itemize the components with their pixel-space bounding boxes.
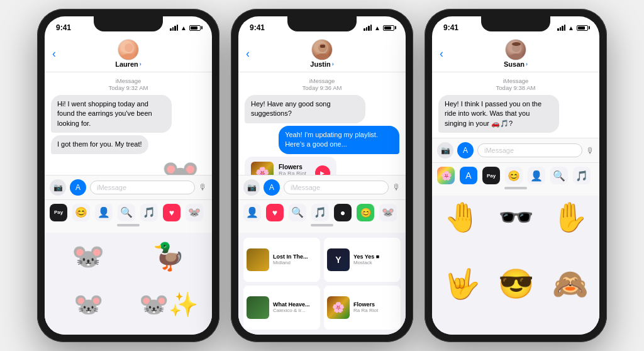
memoji-1[interactable]: 🤚	[436, 199, 487, 234]
mic-btn-2[interactable]: 🎙	[392, 182, 401, 192]
contact-info-3[interactable]: Susan ›	[504, 39, 528, 68]
messages-area-3: iMessage Today 9:38 AM Hey! I think I pa…	[432, 72, 599, 138]
music-item-2[interactable]: Y Yes Yes ■ Mostack	[324, 238, 401, 282]
camera-btn-2[interactable]: 📷	[243, 179, 260, 196]
svg-point-10	[512, 42, 521, 46]
memoji-panel-3: 🤚 🕶️ ✋ 🤟 😎 🙈	[432, 196, 599, 335]
camera-btn-3[interactable]: 📷	[437, 142, 453, 159]
memoji-3[interactable]: ✋	[544, 199, 596, 234]
app-icons-2: 👤 ♥ 🔍 🎵 ● 😊 🐭 ···	[243, 204, 401, 221]
back-button-3[interactable]: ‹	[440, 47, 443, 60]
nav-bar-3: ‹ Susan ›	[432, 36, 599, 72]
music-item-3[interactable]: What Heave... Calexico & Ir...	[243, 286, 320, 330]
memoji-4[interactable]: 🤟	[436, 267, 487, 301]
appstore-btn-2[interactable]: A	[264, 179, 280, 196]
messages-area-2: iMessage Today 9:36 AM Hey! Have any goo…	[238, 72, 406, 175]
sticker-item-4[interactable]: 🐭✨	[130, 286, 207, 323]
search-icon-3[interactable]: 🔍	[550, 167, 568, 184]
bitmoji-icon-3[interactable]: 👤	[528, 167, 545, 184]
message-input-2[interactable]: iMessage	[284, 181, 389, 194]
chevron-3: ›	[526, 61, 528, 67]
message-1-1: Hi! I went shopping today and found the …	[51, 95, 172, 133]
mic-btn-3[interactable]: 🎙	[586, 146, 594, 155]
message-1-2: I got them for you. My treat!	[51, 135, 148, 153]
memoji-5[interactable]: 😎	[490, 267, 541, 301]
appstore-btn-1[interactable]: A	[70, 179, 86, 196]
music-icon-1[interactable]: 🎵	[140, 204, 158, 221]
svg-rect-6	[320, 45, 325, 48]
emoji-icon-1[interactable]: 😊	[72, 204, 90, 221]
appstore-btn-3[interactable]: A	[457, 142, 474, 159]
applepay-icon-3[interactable]: Pay	[482, 167, 500, 184]
battery-2	[383, 25, 394, 31]
wifi-icon-3: ▲	[568, 25, 574, 31]
music-art-flowers: 🌸	[327, 296, 350, 319]
wifi-icon-2: ▲	[374, 25, 380, 31]
music-info-2: Flowers Ra Ra Riot ♪ Apple Music	[279, 164, 310, 175]
app-drawer-2: 👤 ♥ 🔍 🎵 ● 😊 🐭 ···	[238, 199, 406, 233]
sticker-item-3[interactable]: 🐭	[50, 286, 126, 323]
music-item-4[interactable]: 🌸 Flowers Ra Ra Riot	[324, 286, 401, 330]
svg-point-4	[315, 53, 330, 60]
mickey-icon-1[interactable]: 🐭	[186, 204, 203, 221]
bitmoji-icon-2[interactable]: 👤	[243, 204, 261, 221]
imessage-label-3: iMessage Today 9:38 AM	[438, 77, 593, 91]
notch-2	[287, 16, 357, 31]
sticker-item-2[interactable]: 🦆	[130, 238, 207, 276]
bitmoji-icon-1[interactable]: 👤	[95, 204, 113, 221]
notch-1	[94, 16, 163, 31]
message-input-1[interactable]: iMessage	[90, 181, 195, 194]
phone-1-screen: 9:41 ▲ ‹	[45, 16, 212, 335]
chevron-2: ›	[332, 61, 334, 67]
time-2: 9:41	[250, 23, 265, 32]
appstore-icon-3[interactable]: A	[460, 167, 477, 184]
wifi-icon-1: ▲	[180, 25, 187, 31]
svg-point-2	[125, 43, 133, 52]
app-drawer-1: Pay 😊 👤 🔍 🎵 ♥ 🐭	[45, 199, 212, 233]
svg-point-1	[121, 53, 136, 60]
photos-icon-3[interactable]: 🌸	[437, 167, 455, 184]
emoji-icon-2[interactable]: 😊	[357, 204, 374, 221]
search-icon-1[interactable]: 🔍	[118, 204, 135, 221]
mic-btn-1[interactable]: 🎙	[199, 182, 207, 192]
svg-point-8	[509, 53, 524, 60]
contact-name-1: Lauren ›	[115, 60, 142, 68]
music-text-4: Flowers Ra Ra Riot	[353, 301, 378, 313]
contact-name-2: Justin ›	[310, 60, 333, 68]
mickey-icon-2[interactable]: 🐭	[379, 204, 397, 221]
message-3-1: Hey! I think I passed you on the ride in…	[438, 95, 559, 133]
play-button-2[interactable]: ▶	[315, 165, 330, 175]
back-button-1[interactable]: ‹	[52, 47, 56, 60]
music-icon-3[interactable]: 🎵	[573, 167, 591, 184]
phone-2: 9:41 ▲ ‹	[231, 9, 413, 342]
imessage-label-1: iMessage Today 9:32 AM	[51, 77, 206, 91]
vinyl-icon-2[interactable]: ●	[334, 204, 352, 221]
heart-icon-2[interactable]: ♥	[266, 204, 284, 221]
signal-3	[557, 25, 565, 31]
app-drawer-3: 🌸 A Pay 😊 👤 🔍 🎵	[432, 162, 599, 196]
music-text-2: Yes Yes ■ Mostack	[353, 254, 379, 265]
sticker-item-1[interactable]: 🐭	[50, 238, 126, 276]
contact-info-2[interactable]: Justin ›	[310, 39, 333, 68]
applepay-icon-1[interactable]: Pay	[50, 204, 67, 221]
memoji-6[interactable]: 🙈	[544, 267, 596, 301]
nav-bar-1: ‹ Lauren ›	[45, 36, 212, 72]
nav-bar-2: ‹ Justin ›	[238, 36, 406, 72]
chevron-1: ›	[140, 61, 142, 67]
memoji-2[interactable]: 🕶️	[490, 199, 541, 234]
contact-name-3: Susan ›	[504, 60, 528, 68]
back-button-2[interactable]: ‹	[246, 47, 250, 60]
contact-info-1[interactable]: Lauren ›	[115, 39, 142, 68]
search-icon-2[interactable]: 🔍	[289, 204, 306, 221]
camera-btn-1[interactable]: 📷	[50, 179, 66, 196]
music-text-1: Lost In The... Midland	[273, 254, 308, 265]
music-icon-2[interactable]: 🎵	[311, 204, 329, 221]
emoji-icon-3[interactable]: 😊	[505, 167, 523, 184]
music-item-1[interactable]: Lost In The... Midland	[243, 238, 320, 282]
phone-3: 9:41 ▲ ‹	[425, 9, 607, 342]
music-card-2[interactable]: 🌸 Flowers Ra Ra Riot ♪ Apple Music ▶	[245, 157, 336, 175]
music-text-3: What Heave... Calexico & Ir...	[273, 301, 310, 313]
time-1: 9:41	[56, 23, 71, 32]
heart-icon-1[interactable]: ♥	[163, 204, 180, 221]
message-input-3[interactable]: iMessage	[477, 143, 582, 157]
